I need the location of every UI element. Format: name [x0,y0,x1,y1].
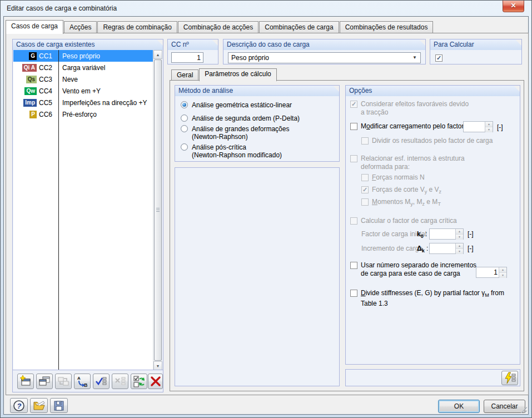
check-list-icon [95,375,108,388]
uncheck-list-icon-disabled [113,375,127,388]
checkbox[interactable] [350,262,357,269]
option-relacionar-esforcos[interactable]: Relacionar esf. internos à estrutura def… [350,155,489,171]
k0-spinner[interactable]: ▲▼ [429,228,464,240]
spin-up-icon[interactable]: ▲ [456,243,463,249]
renumber-button[interactable] [131,374,147,389]
checkbox-disabled [361,198,369,206]
load-case-row-cc4[interactable]: Qw CC4 Vento em +Y [13,85,153,97]
radio-icon[interactable] [181,115,188,122]
tab-regras-de-combinacao[interactable]: Regras de combinação [97,21,177,33]
radio-icon[interactable] [181,125,188,132]
titlebar[interactable]: Editar casos de carga e combinatória ✕ [1,1,531,16]
option-calcular-factor-critico[interactable]: Calcular o factor de carga crítica [350,217,500,225]
radio-analise-linear[interactable]: Análise geométrica estático-linear [181,101,292,109]
help-icon: ? [12,399,26,412]
category-badge: Qi A [22,64,37,72]
tab-accoes[interactable]: Acções [64,21,97,33]
option-momentos[interactable]: Momentos My, Mz e MT [361,198,500,208]
dk-symbol: Δk : [417,245,428,253]
rename-load-case-button[interactable]: AB [74,374,91,389]
modify-factor-spinner[interactable]: ▲▼ [463,121,493,132]
renumber-icon [132,375,146,388]
checkbox-disabled [361,137,369,145]
calculation-details-button[interactable] [501,371,518,385]
para-calcular-header: Para Calcular [430,39,521,50]
para-calcular-checkbox[interactable]: ✓ [435,54,442,62]
option-modificar-carregamento[interactable]: Modificar carregamento pelo factor: [350,122,467,131]
cancel-button[interactable]: Cancelar [484,400,525,413]
deselect-all-calc-button[interactable] [112,374,128,389]
open-button[interactable] [30,398,48,413]
scroll-down-icon[interactable]: ▼ [153,361,162,370]
option-forcas-normais[interactable]: Forças normais N [361,173,500,182]
tab-combinacoes-de-carga[interactable]: Combinações de carga [259,21,339,33]
load-case-id: CC2 [37,64,58,72]
radio-selected-icon[interactable] [181,101,188,108]
checkbox[interactable] [350,290,357,297]
options-header: Opções [346,86,520,96]
select-all-calc-button[interactable] [93,374,110,389]
spin-up-icon[interactable]: ▲ [456,229,463,235]
radio-icon[interactable] [181,143,188,151]
scrollbar-thumb[interactable] [154,59,162,361]
spin-down-icon[interactable]: ▼ [456,235,463,240]
option-considerar-efeitos[interactable]: ✓ Considerar efeitos favoráveis devido a… [350,100,484,117]
description-combobox[interactable]: Peso próprio ▼ [228,52,421,63]
load-case-row-cc5[interactable]: Imp CC5 Imperfeições na direcção +Y [13,97,153,108]
tab-combinacoes-de-resultados[interactable]: Combinações de resultados [340,21,434,33]
new-load-case-button[interactable] [17,374,34,389]
modify-factor-input[interactable] [464,122,485,132]
dk-spinner[interactable]: ▲▼ [429,243,464,254]
spin-up-icon[interactable]: ▲ [499,267,506,273]
radio-segunda-ordem[interactable]: Análise de segunda ordem (P-Delta) [181,115,300,122]
dk-input[interactable] [430,243,455,253]
convert-load-case-button[interactable] [55,374,72,389]
close-button[interactable]: ✕ [503,1,524,12]
checkbox-disabled [350,217,357,225]
radio-grandes-deformacoes[interactable]: Análise de grandes deformações(Newton-Ra… [181,125,289,141]
ok-button[interactable]: OK [438,400,480,413]
category-badge: Qw [24,87,37,95]
inner-tabs: Geral Parâmetros de cálculo [171,68,277,81]
spin-down-icon[interactable]: ▼ [456,249,463,254]
save-button[interactable] [50,398,68,413]
option-divide-stiffnesses[interactable]: Divide stiffnesses (E, G) by partial fac… [350,289,517,308]
option-dividir-resultados[interactable]: Dividir os resultados pelo factor de car… [361,137,511,145]
load-case-row-cc3[interactable]: Qs CC3 Neve [13,73,153,85]
empty-panel [175,167,340,386]
incrementos-input[interactable] [476,267,499,277]
load-case-row-cc2[interactable]: Qi A CC2 Carga variável [13,62,153,73]
help-button[interactable]: ? [10,398,28,413]
spin-down-icon[interactable]: ▼ [499,273,506,278]
scroll-up-icon[interactable]: ▲ [153,50,162,59]
delete-load-case-button[interactable] [148,374,163,389]
checkbox[interactable] [350,123,357,130]
spin-down-icon[interactable]: ▼ [485,127,493,132]
tab-casos-de-carga[interactable]: Casos de carga [6,20,63,34]
check-icon: ✓ [351,101,356,107]
tab-geral[interactable]: Geral [171,69,198,81]
option-forcas-corte[interactable]: ✓ Forças de corte Vy e Vz [361,186,500,196]
spin-up-icon[interactable]: ▲ [485,122,493,127]
option-usar-incrementos[interactable]: Usar número separado de incrementos de c… [350,261,484,278]
load-case-row-cc6[interactable]: P CC6 Pré-esforço [13,108,153,120]
cc-number-input[interactable] [171,52,203,63]
load-case-id: CC6 [37,111,58,118]
load-case-row-cc1[interactable]: G CC1 Peso próprio [13,50,153,62]
list-scrollbar[interactable]: ▲ ▼ [153,50,162,370]
chevron-down-icon[interactable]: ▼ [412,53,417,63]
load-case-desc: Pré-esforço [58,111,97,118]
load-case-desc: Peso próprio [58,52,100,60]
checkbox-checked-disabled: ✓ [361,186,369,193]
load-case-id: CC4 [37,87,58,95]
tab-parametros-de-calculo[interactable]: Parâmetros de cálculo [199,68,276,81]
incrementos-spinner[interactable]: ▲▼ [476,267,507,278]
analysis-method-header: Método de análise [175,86,339,96]
radio-pos-critica[interactable]: Análise pós-crítica(Newton-Raphson modif… [181,143,282,159]
tab-combinacao-de-accoes[interactable]: Combinação de acções [178,21,258,33]
load-case-id: CC1 [37,52,58,60]
description-group: Descrição do caso de carga Peso próprio … [223,39,426,64]
copy-load-case-button[interactable] [36,374,53,389]
tab-page-casos-de-carga: Casos de carga existentes G CC1 Peso pró… [6,33,529,395]
k0-input[interactable] [430,229,455,239]
